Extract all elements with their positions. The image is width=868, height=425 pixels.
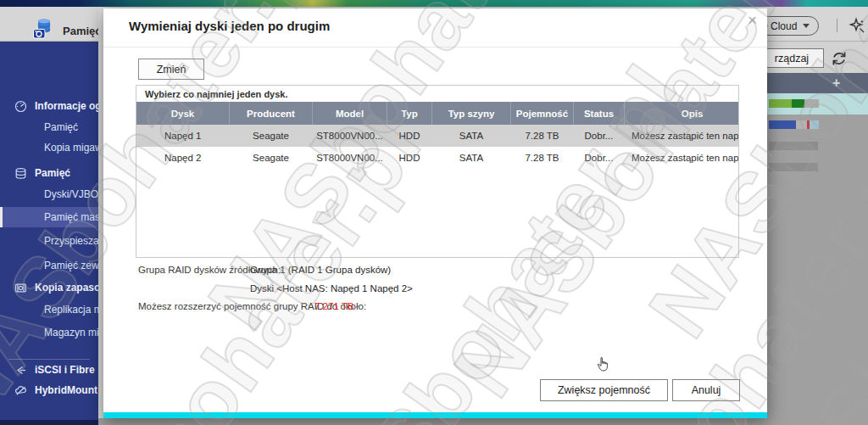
disk-cell: 7.28 TB — [511, 125, 574, 147]
screen: Pamięć m D Cloud Informacje og Pamięć — [0, 0, 868, 425]
capacity-bar-segment — [769, 120, 796, 129]
cancel-button[interactable]: Anuluj — [672, 379, 740, 401]
sidebar: Informacje og Pamięć Kopia migaw Pamięć … — [0, 42, 98, 420]
disk-table-box: Wybierz co najmniej jeden dysk. DyskProd… — [136, 85, 739, 258]
disk-cell: Napęd 2 — [136, 147, 230, 169]
sidebar-section-iscsi-fibre[interactable]: iSCSI i Fibre — [0, 360, 98, 380]
disk-cell: Seagate — [230, 125, 313, 147]
pool-list-area — [761, 115, 868, 425]
sidebar-item-magazyn-migawek[interactable]: Magazyn mig — [0, 322, 98, 343]
column-header-3[interactable]: Typ — [387, 102, 432, 125]
raid-source-value: Grupa 1 (RAID 1 Grupa dysków) — [250, 265, 391, 275]
capacity-bar-segment — [796, 120, 807, 129]
disk-cell: 7.28 TB — [511, 147, 574, 169]
sidebar-item-label: Pamięć — [35, 167, 70, 179]
manage-button[interactable]: rządzaj — [760, 48, 824, 68]
disk-cell: Napęd 1 — [136, 125, 230, 147]
sidebar-item-label: Pamięć zewn — [44, 260, 98, 271]
column-header-1[interactable]: Producent — [230, 102, 313, 125]
capacity-bar-placeholder — [769, 142, 818, 150]
sidebar-footer-strip — [0, 420, 98, 425]
disk-cell: Dobr... — [574, 147, 625, 169]
sidebar-item-pamiec-zewnetrzna[interactable]: Pamięć zewn — [0, 255, 98, 276]
disk-cell: SATA — [432, 125, 511, 147]
sidebar-item-label: Replikacja mi — [44, 304, 98, 316]
capacity-bar — [769, 120, 819, 129]
dialog-separator — [103, 47, 767, 48]
capacity-bar — [769, 99, 819, 108]
capacity-bar-segment — [804, 99, 819, 108]
magic-wand-icon[interactable] — [848, 17, 866, 36]
disk-cell: SATA — [432, 147, 511, 169]
pool-list-header: + — [761, 73, 868, 93]
sidebar-item-label: Kopia zapaso — [35, 282, 98, 294]
sidebar-item-replikacja-migawki[interactable]: Replikacja mi — [0, 299, 98, 320]
capacity-bar-placeholder — [769, 163, 818, 171]
raid-disks-value: Dyski <Host NAS: Napęd 1 Napęd 2> — [250, 283, 413, 294]
sidebar-item-kopia-migawkowa[interactable]: Kopia migaw — [0, 137, 98, 158]
sidebar-item-dyski-vjbod[interactable]: Dyski/VJBOD — [0, 184, 98, 204]
disk-row[interactable]: Napęd 2SeagateST8000VN00...HDDSATA7.28 T… — [136, 147, 739, 169]
disk-table-header-row: DyskProducentModelTypTyp szynyPojemnośćS… — [136, 102, 739, 125]
capacity-bar-segment — [769, 99, 792, 108]
snapshot-backup-icon — [14, 282, 27, 294]
storage-snapshots-app-icon — [31, 17, 56, 42]
disk-cell: ST8000VN00... — [313, 125, 387, 147]
sidebar-section-hybridmount[interactable]: HybridMount — [0, 380, 98, 400]
column-header-6[interactable]: Status — [574, 102, 625, 125]
toolbar-divider — [837, 19, 837, 32]
sidebar-item-przyspieszanie[interactable]: Przyspieszan — [0, 231, 98, 251]
sidebar-item-label: Kopia migaw — [44, 142, 98, 154]
capacity-bar-segment — [810, 120, 819, 129]
disk-cell: Możesz zastąpić ten napęd. — [625, 147, 740, 169]
sidebar-item-label: iSCSI i Fibre — [35, 364, 95, 376]
pool-row-selected[interactable] — [761, 93, 868, 115]
disk-cell: Możesz zastąpić ten napęd. — [625, 125, 740, 147]
sidebar-item-pamiec[interactable]: Pamięć — [0, 117, 98, 137]
sidebar-item-label: HybridMount — [35, 384, 97, 396]
disk-cell: ST8000VN00... — [313, 147, 387, 169]
sidebar-item-label: Magazyn mig — [44, 327, 98, 338]
sidebar-section-pamiec[interactable]: Pamięć — [0, 163, 98, 183]
cloud-mount-icon — [14, 384, 27, 397]
capacity-bar-segment — [792, 99, 804, 108]
expand-capacity-button[interactable]: Zwiększ pojemność — [540, 379, 668, 401]
change-button[interactable]: Zmień — [138, 59, 204, 80]
sidebar-item-label: Pamięć — [44, 121, 78, 133]
replace-disks-dialog: Wymieniaj dyski jeden po drugim × Zmień … — [103, 8, 767, 418]
iscsi-icon — [14, 364, 27, 377]
close-icon[interactable]: × — [748, 11, 757, 30]
disk-row[interactable]: Napęd 1SeagateST8000VN00...HDDSATA7.28 T… — [136, 125, 739, 147]
add-icon[interactable]: + — [832, 75, 840, 91]
sidebar-item-label: Dyski/VJBOD — [44, 188, 98, 200]
disk-table: DyskProducentModelTypTyp szynyPojemnośćS… — [136, 102, 739, 169]
raid-expand-value: 7.271 TB — [314, 301, 353, 311]
sidebar-item-informacje-ogolne[interactable]: Informacje og — [0, 96, 98, 116]
select-disk-hint: Wybierz co najmniej jeden dysk. — [136, 86, 738, 102]
sidebar-item-label: Pamięć maso — [44, 211, 98, 223]
disk-cell: HDD — [387, 147, 432, 169]
disk-table-body: Napęd 1SeagateST8000VN00...HDDSATA7.28 T… — [136, 125, 739, 169]
disk-cell: Dobr... — [574, 125, 625, 147]
sidebar-section-kopia-zapasowa[interactable]: Kopia zapaso — [0, 277, 98, 298]
column-header-4[interactable]: Typ szyny — [432, 102, 511, 125]
sidebar-item-label: Informacje og — [35, 100, 98, 112]
sidebar-item-pamiec-masowa[interactable]: Pamięć maso — [0, 207, 98, 227]
column-header-0[interactable]: Dysk — [136, 102, 230, 125]
column-header-5[interactable]: Pojemność — [511, 102, 574, 125]
disk-cell: HDD — [387, 125, 432, 147]
desktop-wallpaper-strip — [0, 0, 868, 7]
disk-cell: Seagate — [230, 147, 313, 169]
disks-icon — [14, 167, 27, 180]
dialog-accent-strip — [103, 412, 767, 418]
sidebar-item-label: Przyspieszan — [44, 235, 98, 247]
refresh-icon[interactable] — [830, 48, 849, 69]
gauge-icon — [14, 100, 27, 113]
column-header-7[interactable]: Opis — [625, 102, 740, 125]
column-header-2[interactable]: Model — [313, 102, 387, 125]
dialog-title: Wymieniaj dyski jeden po drugim — [129, 19, 330, 33]
chevron-down-icon — [803, 24, 810, 28]
